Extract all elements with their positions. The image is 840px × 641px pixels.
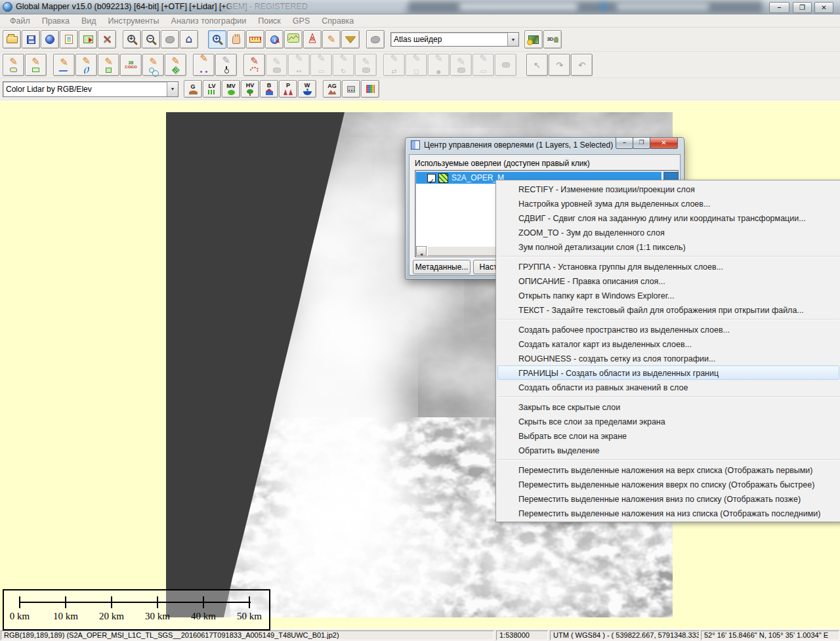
rotate-feature-button[interactable] xyxy=(333,54,354,76)
open-data-file-button[interactable] xyxy=(60,30,78,49)
lidar-power-button[interactable]: P xyxy=(279,80,297,98)
create-spline-button[interactable] xyxy=(75,54,97,76)
context-menu-item[interactable]: Создать области из равных значений в сло… xyxy=(497,380,839,394)
context-menu-item-highlighted[interactable]: ГРАНИЦЫ - Создать области из выделенных … xyxy=(497,365,839,380)
lidar-high-vegetation-button[interactable]: HV xyxy=(241,80,259,98)
menu-help[interactable]: Справка xyxy=(316,14,360,27)
context-menu-item[interactable]: RECTIFY - Изменение позиции/проекции сло… xyxy=(497,182,839,196)
layer-checkbox-checked[interactable] xyxy=(427,174,436,182)
create-box-button[interactable] xyxy=(98,54,119,76)
lidar-ag-button[interactable]: AG xyxy=(323,80,341,98)
menu-edit[interactable]: Правка xyxy=(36,14,75,27)
context-menu-item[interactable]: ROUGHNESS - создать сетку из слоя топогр… xyxy=(497,351,839,365)
menu-tools[interactable]: Инструменты xyxy=(102,14,165,27)
map-canvas[interactable]: 0 km 10 km 20 km 30 km 40 km 50 km Центр… xyxy=(0,100,840,629)
create-grid-button[interactable] xyxy=(165,54,186,76)
create-points-button[interactable] xyxy=(193,54,215,76)
context-menu-item[interactable]: Настройка уровней зума для выделенных сл… xyxy=(497,196,839,211)
undo-action-button[interactable] xyxy=(571,54,593,76)
context-menu-item[interactable]: СДВИГ - Сдвиг слоя на заданную длину или… xyxy=(497,211,839,225)
lidar-building-button[interactable]: B xyxy=(260,80,278,98)
context-menu-item[interactable]: Переместить выделенные наложения вниз по… xyxy=(497,491,839,506)
digitizer-tool-button[interactable] xyxy=(322,30,341,49)
dropdown-arrow-icon[interactable] xyxy=(167,82,178,96)
paste-feature-button[interactable] xyxy=(428,54,450,76)
lidar-low-vegetation-button[interactable]: LV xyxy=(203,80,221,98)
merge-features-button[interactable] xyxy=(450,54,472,76)
buffer-feature-button[interactable] xyxy=(472,54,494,76)
split-feature-button[interactable] xyxy=(383,54,405,76)
create-circle-button[interactable] xyxy=(142,54,164,76)
coverage-button[interactable] xyxy=(366,30,385,49)
dialog-minimize-button[interactable] xyxy=(616,138,633,149)
context-menu-item[interactable]: Закрыть все скрытые слои xyxy=(497,400,839,414)
context-menu-item[interactable]: Зум полной детализации слоя (1:1 пиксель… xyxy=(497,239,839,254)
feature-info-button[interactable] xyxy=(265,30,284,49)
zoom-tool-button[interactable] xyxy=(208,30,226,49)
color-palette-button[interactable] xyxy=(361,80,379,98)
view-3d-button[interactable]: 3D xyxy=(543,30,562,49)
context-menu-item[interactable]: Переместить выделенные наложения вверх п… xyxy=(497,477,839,491)
view-shed-button[interactable] xyxy=(303,30,322,49)
create-line-button[interactable] xyxy=(53,54,75,76)
context-menu-item[interactable]: Скрыть все слои за пределами экрана xyxy=(497,414,839,428)
open-file-button[interactable] xyxy=(3,30,21,49)
context-menu-item[interactable]: Создать рабочее пространство из выделенн… xyxy=(497,322,839,337)
combine-features-button[interactable] xyxy=(355,54,377,76)
scroll-left-arrow-icon[interactable] xyxy=(416,246,427,256)
move-vertex-button[interactable] xyxy=(526,54,548,76)
cogo-input-button[interactable]: 36 COGO xyxy=(120,54,142,76)
dialog-maximize-button[interactable] xyxy=(633,138,650,149)
context-menu-item[interactable]: Переместить выделенные наложения на низ … xyxy=(497,506,839,520)
lidar-ground-button[interactable]: G xyxy=(184,80,202,98)
context-menu-item[interactable]: Обратить выделение xyxy=(497,443,839,457)
edit-feature-button[interactable] xyxy=(266,54,287,76)
context-menu-item[interactable]: Создать каталог карт из выделенных слоев… xyxy=(497,337,839,351)
lidar-water-button[interactable]: W xyxy=(298,80,316,98)
measure-tool-button[interactable] xyxy=(246,30,264,49)
context-menu-item[interactable]: ZOOM_TO - Зум до выделенного слоя xyxy=(497,225,839,239)
window-minimize-button[interactable] xyxy=(769,2,789,13)
home-view-button[interactable] xyxy=(180,30,198,49)
menu-view[interactable]: Вид xyxy=(75,14,102,27)
lidar-color-combo[interactable]: Color Lidar by RGB/Elev xyxy=(3,81,178,97)
pan-tool-button[interactable] xyxy=(227,30,245,49)
create-range-rings-button[interactable] xyxy=(243,54,265,76)
dialog-close-button[interactable] xyxy=(650,138,678,149)
shift-feature-button[interactable] xyxy=(549,54,570,76)
menu-terrain-analysis[interactable]: Анализ топографии xyxy=(165,14,253,27)
menu-file[interactable]: Файл xyxy=(4,14,36,27)
configuration-button[interactable] xyxy=(98,30,116,49)
erase-feature-button[interactable] xyxy=(495,54,516,76)
path-profile-button[interactable] xyxy=(284,30,303,49)
zoom-in-button[interactable] xyxy=(123,30,141,49)
filter-view-button[interactable] xyxy=(341,30,360,49)
menu-gps[interactable]: GPS xyxy=(287,14,316,27)
export-button[interactable] xyxy=(79,30,97,49)
context-menu-item[interactable]: Открыть папку карт в Windows Explorer... xyxy=(497,288,839,302)
shader-options-button[interactable] xyxy=(524,30,543,49)
context-menu-item[interactable]: Переместить выделенные наложения на верх… xyxy=(497,463,839,477)
dropdown-arrow-icon[interactable] xyxy=(507,33,518,46)
window-restore-button[interactable] xyxy=(793,2,812,13)
context-menu-item[interactable]: ТЕКСТ - Задайте текстовый файл для отобр… xyxy=(497,302,839,317)
create-area-button[interactable] xyxy=(3,54,24,76)
reshape-feature-button[interactable] xyxy=(310,54,332,76)
save-workspace-button[interactable] xyxy=(22,30,40,49)
full-view-button[interactable] xyxy=(161,30,179,49)
zoom-out-button[interactable] xyxy=(142,30,160,49)
create-vertical-button[interactable] xyxy=(215,54,237,76)
download-online-data-button[interactable] xyxy=(41,30,59,49)
shader-combo[interactable]: Atlas шейдер xyxy=(390,32,519,47)
menu-search[interactable]: Поиск xyxy=(252,14,287,27)
context-menu-item[interactable]: ГРУППА - Установка группы для выделенных… xyxy=(497,259,839,274)
window-close-button[interactable] xyxy=(814,2,833,13)
move-feature-button[interactable] xyxy=(288,54,310,76)
context-menu-item[interactable]: Выбрать все слои на экране xyxy=(497,428,839,443)
metadata-button[interactable]: Метаданные... xyxy=(413,260,471,274)
lidar-medium-vegetation-button[interactable]: MV xyxy=(222,80,240,98)
context-menu-item[interactable]: ОПИСАНИЕ - Правка описания слоя... xyxy=(497,274,839,288)
create-rect-area-button[interactable] xyxy=(25,54,47,76)
lidar-filter-button[interactable] xyxy=(342,80,360,98)
copy-feature-button[interactable] xyxy=(406,54,427,76)
